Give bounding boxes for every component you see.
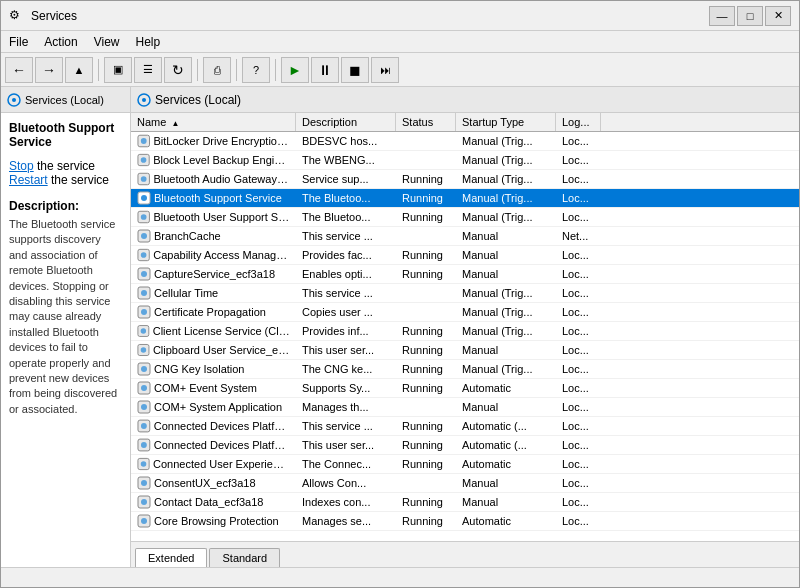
start-button[interactable]: ► (281, 57, 309, 83)
table-header: Name ▲ Description Status Startup Type L… (131, 113, 799, 132)
menu-view[interactable]: View (86, 33, 128, 51)
help-button[interactable]: ? (242, 57, 270, 83)
table-row[interactable]: Cellular Time This service ... Manual (T… (131, 284, 799, 303)
cell-description: The CNG ke... (296, 362, 396, 376)
cell-logon: Loc... (556, 400, 601, 414)
cell-status: Running (396, 343, 456, 357)
cell-status: Running (396, 362, 456, 376)
cell-name: Bluetooth Audio Gateway S... (131, 171, 296, 187)
sort-arrow: ▲ (171, 119, 179, 128)
cell-startup: Manual (456, 400, 556, 414)
table-row[interactable]: BitLocker Drive Encryption ... BDESVC ho… (131, 132, 799, 151)
restart-button[interactable]: ⏭ (371, 57, 399, 83)
services-table[interactable]: Name ▲ Description Status Startup Type L… (131, 113, 799, 541)
cell-startup: Manual (Trig... (456, 324, 556, 338)
table-row[interactable]: Connected User Experience... The Connec.… (131, 455, 799, 474)
cell-startup: Manual (Trig... (456, 172, 556, 186)
cell-logon: Loc... (556, 305, 601, 319)
cell-name: Connected Devices Platfor... (131, 418, 296, 434)
cell-status: Running (396, 172, 456, 186)
table-row[interactable]: Core Browsing Protection Manages se... R… (131, 512, 799, 531)
service-icon (137, 438, 151, 452)
cell-description: Allows Con... (296, 476, 396, 490)
table-row[interactable]: Block Level Backup Engine ... The WBENG.… (131, 151, 799, 170)
minimize-button[interactable]: — (709, 6, 735, 26)
cell-startup: Automatic (456, 457, 556, 471)
service-icon (137, 134, 150, 148)
service-icon (137, 457, 150, 471)
table-row[interactable]: Bluetooth User Support Ser... The Blueto… (131, 208, 799, 227)
table-row[interactable]: Connected Devices Platfor... This user s… (131, 436, 799, 455)
cell-startup: Manual (456, 476, 556, 490)
selected-service-name: Bluetooth Support Service (9, 121, 122, 149)
table-row[interactable]: COM+ Event System Supports Sy... Running… (131, 379, 799, 398)
service-icon (137, 267, 151, 281)
table-row[interactable]: BranchCache This service ... Manual Net.… (131, 227, 799, 246)
menu-file[interactable]: File (1, 33, 36, 51)
table-row[interactable]: Capability Access Manager ... Provides f… (131, 246, 799, 265)
refresh-button[interactable]: ↻ (164, 57, 192, 83)
svg-point-27 (141, 347, 147, 353)
column-header-description[interactable]: Description (296, 113, 396, 131)
svg-point-35 (141, 423, 147, 429)
table-row[interactable]: ConsentUX_ecf3a18 Allows Con... Manual L… (131, 474, 799, 493)
table-row[interactable]: Bluetooth Audio Gateway S... Service sup… (131, 170, 799, 189)
column-header-startup[interactable]: Startup Type (456, 113, 556, 131)
column-header-logon[interactable]: Log... (556, 113, 601, 131)
cell-logon: Loc... (556, 267, 601, 281)
table-row[interactable]: COM+ System Application Manages th... Ma… (131, 398, 799, 417)
table-row[interactable]: Contact Data_ecf3a18 Indexes con... Runn… (131, 493, 799, 512)
cell-name: COM+ System Application (131, 399, 296, 415)
table-row[interactable]: Client License Service (ClipS... Provide… (131, 322, 799, 341)
table-row[interactable]: Clipboard User Service_ecf3... This user… (131, 341, 799, 360)
cell-logon: Loc... (556, 153, 601, 167)
restart-service-text: the service (48, 173, 109, 187)
menu-action[interactable]: Action (36, 33, 85, 51)
svg-point-43 (141, 499, 147, 505)
cell-name: ConsentUX_ecf3a18 (131, 475, 296, 491)
close-button[interactable]: ✕ (765, 6, 791, 26)
tab-extended[interactable]: Extended (135, 548, 207, 567)
properties-button[interactable]: ☰ (134, 57, 162, 83)
table-row[interactable]: CaptureService_ecf3a18 Enables opti... R… (131, 265, 799, 284)
forward-button[interactable]: → (35, 57, 63, 83)
maximize-button[interactable]: □ (737, 6, 763, 26)
cell-description: This service ... (296, 419, 396, 433)
description-header: Description: (9, 199, 122, 213)
cell-status: Running (396, 419, 456, 433)
title-bar: ⚙ Services — □ ✕ (1, 1, 799, 31)
panel-title: Services (Local) (155, 93, 241, 107)
stop-service-link[interactable]: Stop (9, 159, 34, 173)
back-button[interactable]: ← (5, 57, 33, 83)
cell-status: Running (396, 438, 456, 452)
column-header-status[interactable]: Status (396, 113, 456, 131)
up-button[interactable]: ▲ (65, 57, 93, 83)
table-row[interactable]: Certificate Propagation Copies user ... … (131, 303, 799, 322)
svg-point-9 (141, 176, 147, 182)
table-row[interactable]: CNG Key Isolation The CNG ke... Running … (131, 360, 799, 379)
stop-button[interactable]: ◼ (341, 57, 369, 83)
service-icon (137, 381, 151, 395)
menu-help[interactable]: Help (128, 33, 169, 51)
cell-name: Clipboard User Service_ecf3... (131, 342, 296, 358)
table-row[interactable]: Bluetooth Support Service The Bluetoo...… (131, 189, 799, 208)
pause-button[interactable]: ⏸ (311, 57, 339, 83)
cell-startup: Manual (Trig... (456, 362, 556, 376)
cell-name: Core Browsing Protection (131, 513, 296, 529)
tab-standard[interactable]: Standard (209, 548, 280, 567)
stop-service-text: the service (34, 159, 95, 173)
window-controls: — □ ✕ (709, 6, 791, 26)
column-header-name[interactable]: Name ▲ (131, 113, 296, 131)
cell-logon: Loc... (556, 419, 601, 433)
cell-logon: Loc... (556, 210, 601, 224)
cell-name: BitLocker Drive Encryption ... (131, 133, 296, 149)
show-hide-button[interactable]: ▣ (104, 57, 132, 83)
panel-header: Services (Local) (131, 87, 799, 113)
cell-name: Bluetooth User Support Ser... (131, 209, 296, 225)
table-row[interactable]: Connected Devices Platfor... This servic… (131, 417, 799, 436)
restart-service-link[interactable]: Restart (9, 173, 48, 187)
export-button[interactable]: ⎙ (203, 57, 231, 83)
cell-logon: Loc... (556, 134, 601, 148)
menu-bar: File Action View Help (1, 31, 799, 53)
cell-description: Supports Sy... (296, 381, 396, 395)
